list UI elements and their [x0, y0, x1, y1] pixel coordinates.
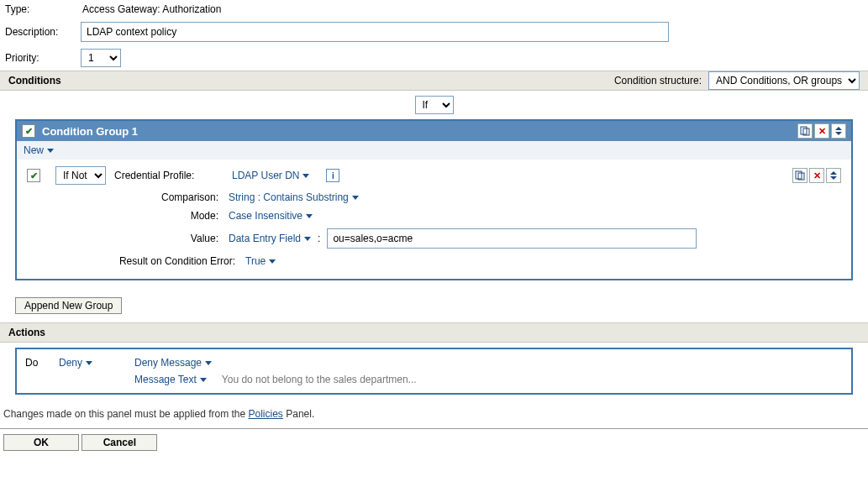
policies-link[interactable]: Policies: [249, 408, 283, 420]
delete-icon[interactable]: ✕: [809, 168, 824, 183]
deny-dropdown[interactable]: Deny: [59, 357, 134, 369]
checkmark-icon[interactable]: ✔: [22, 124, 35, 138]
actions-box: Do Deny Deny Message Message Text You do…: [15, 348, 853, 395]
condition-group-1: ✔ Condition Group 1 ✕ New ✔ If Not Crede…: [15, 119, 853, 280]
mode-label: Mode:: [86, 210, 229, 222]
message-text-dropdown[interactable]: Message Text: [134, 374, 207, 385]
chevron-down-icon: [302, 174, 309, 178]
info-icon[interactable]: i: [326, 169, 339, 182]
credential-profile-label: Credential Profile:: [114, 170, 232, 181]
comparison-value[interactable]: String : Contains Substring: [229, 191, 359, 203]
append-new-group-button[interactable]: Append New Group: [15, 297, 122, 314]
condition-group-header: ✔ Condition Group 1 ✕: [17, 121, 851, 141]
value-type-dropdown[interactable]: Data Entry Field: [229, 233, 311, 244]
copy-icon[interactable]: [797, 123, 813, 139]
result-on-error-value[interactable]: True: [245, 255, 276, 267]
type-label: Type:: [5, 3, 81, 15]
colon-separator: :: [318, 233, 320, 244]
priority-select[interactable]: 1: [81, 49, 121, 67]
ok-button[interactable]: OK: [3, 434, 79, 451]
description-label: Description:: [5, 26, 81, 38]
condition-group-title: Condition Group 1: [42, 125, 138, 138]
priority-label: Priority:: [5, 52, 81, 64]
checkmark-icon[interactable]: ✔: [27, 169, 40, 182]
cancel-button[interactable]: Cancel: [82, 434, 157, 451]
if-select[interactable]: If: [415, 96, 454, 114]
move-icon[interactable]: [826, 168, 841, 183]
do-label: Do: [25, 357, 59, 369]
chevron-down-icon: [269, 259, 276, 264]
move-icon[interactable]: [831, 123, 846, 139]
ifnot-select[interactable]: If Not: [55, 166, 106, 185]
description-input[interactable]: [81, 22, 669, 42]
message-text-value: You do not belong to the sales departmen…: [222, 374, 417, 385]
comparison-label: Comparison:: [86, 191, 229, 203]
footer-note: Changes made on this panel must be appli…: [0, 400, 868, 429]
chevron-down-icon: [200, 378, 207, 382]
chevron-down-icon: [304, 237, 311, 241]
deny-message-dropdown[interactable]: Deny Message: [134, 357, 212, 369]
conditions-title: Conditions: [8, 75, 61, 86]
value-input[interactable]: [327, 228, 697, 249]
chevron-down-icon: [205, 361, 212, 365]
mode-value[interactable]: Case Insensitive: [229, 210, 313, 222]
copy-icon[interactable]: [792, 168, 808, 183]
condition-structure-label: Condition structure:: [614, 75, 702, 86]
credential-profile-value[interactable]: LDAP User DN: [232, 170, 309, 181]
chevron-down-icon: [306, 214, 313, 218]
value-label: Value:: [86, 233, 229, 244]
new-dropdown[interactable]: New: [24, 144, 54, 156]
result-on-error-label: Result on Condition Error:: [86, 255, 245, 267]
conditions-header-bar: Conditions Condition structure: AND Cond…: [0, 71, 868, 91]
chevron-down-icon: [352, 196, 359, 200]
chevron-down-icon: [47, 149, 54, 153]
actions-header-bar: Actions: [0, 322, 868, 343]
type-value: Access Gateway: Authorization: [81, 3, 221, 15]
condition-structure-select[interactable]: AND Conditions, OR groups: [708, 71, 860, 90]
actions-title: Actions: [8, 327, 45, 338]
delete-icon[interactable]: ✕: [814, 123, 829, 139]
chevron-down-icon: [86, 361, 92, 365]
